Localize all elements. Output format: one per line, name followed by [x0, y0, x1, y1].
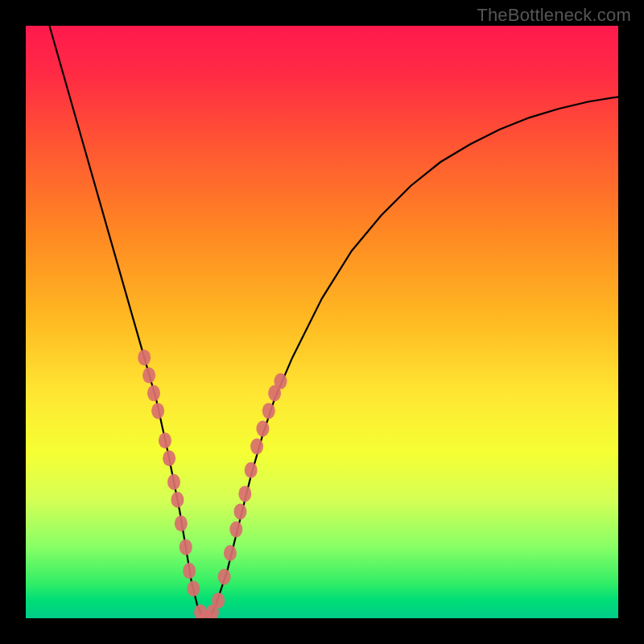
bottleneck-curve [49, 26, 618, 618]
data-marker [262, 402, 275, 419]
data-marker [274, 374, 287, 390]
data-marker [151, 402, 164, 419]
data-marker [250, 439, 263, 455]
data-marker [218, 568, 231, 584]
data-marker [212, 592, 225, 609]
data-marker [224, 545, 237, 561]
data-marker [138, 349, 151, 365]
chart-svg [26, 26, 618, 618]
data-marker [142, 367, 155, 383]
watermark-text: TheBottleneck.com [477, 5, 631, 26]
data-marker [256, 420, 269, 436]
data-marker [167, 474, 180, 490]
data-marker [268, 385, 281, 401]
data-marker [245, 462, 258, 478]
data-marker [194, 605, 207, 618]
data-marker [238, 485, 251, 502]
data-marker [183, 563, 196, 579]
data-marker [187, 580, 200, 597]
data-marker [163, 450, 175, 466]
chart-plot-area [26, 26, 618, 618]
data-marker [147, 385, 160, 401]
data-marker [159, 432, 171, 448]
data-marker [200, 610, 213, 618]
data-marker [229, 522, 242, 538]
data-marker [180, 539, 192, 555]
data-markers [138, 349, 287, 618]
data-marker [171, 492, 184, 508]
data-marker [175, 515, 188, 531]
data-marker [206, 605, 219, 618]
data-marker [233, 504, 246, 520]
